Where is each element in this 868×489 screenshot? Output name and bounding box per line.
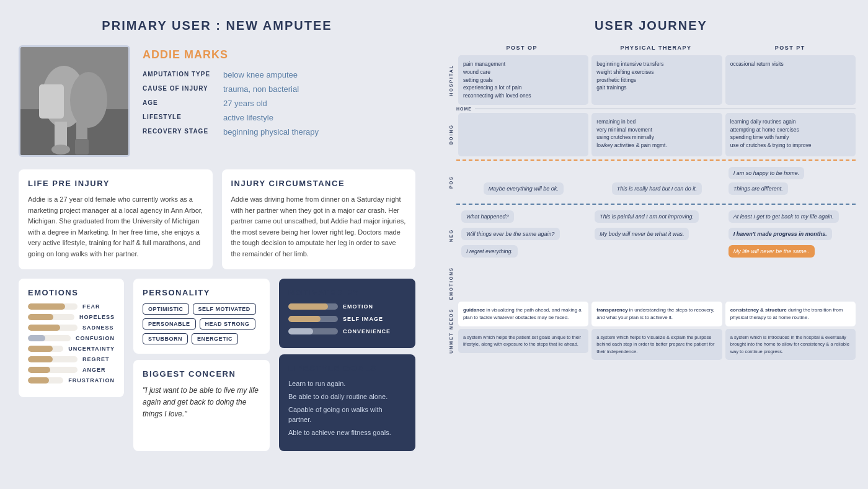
anger-label: ANGER [82, 367, 106, 373]
recovery-label: RECOVERY STAGE [143, 127, 223, 135]
sadness-label: SADNESS [82, 325, 114, 331]
motivated-list: EMOTION SELF IMAGE CONVENIENCE [288, 303, 406, 334]
profile-row: ADDIE MARKS AMPUTATION TYPE below knee a… [19, 45, 415, 157]
col-header-pt: PHYSICAL THERAPY [590, 42, 721, 53]
fear-bar-bg [28, 303, 78, 310]
self-image-bar [288, 316, 321, 322]
life-pre-injury-text: Addie is a 27 year old female who curren… [28, 194, 203, 260]
motivated-by-card: MOTIVATED BY EMOTION SELF IMAGE [279, 279, 415, 348]
emotions-spacer [458, 267, 588, 300]
self-image-label: SELF IMAGE [343, 316, 383, 322]
convenience-bar [288, 328, 313, 334]
emotions-spacer3 [725, 267, 856, 300]
sadness-bar [28, 325, 60, 331]
confusion-bar-bg [28, 335, 71, 341]
home-hospital-separator: HOME [456, 107, 856, 111]
pos-post-op-bubble: Maybe everything will be ok. [484, 182, 564, 195]
biggest-concern-title: BIGGEST CONCERN [143, 369, 260, 379]
cause-label: CAUSE OF INJURY [143, 84, 223, 92]
neg-row: NEG What happened? Will things ever be t… [446, 207, 856, 264]
profile-field-lifestyle: LIFESTYLE active lifestyle [143, 113, 415, 122]
left-panel: PRIMARY USER : NEW AMPUTEE ADDIE [0, 0, 434, 489]
info-cards-row: LIFE PRE INJURY Addie is a 27 year old f… [19, 169, 415, 269]
emotion-mot-bar-bg [288, 303, 338, 310]
unmet-pt-system: a system which helps to visualize & expl… [591, 329, 722, 360]
age-value: 27 years old [223, 99, 267, 108]
emotion-confusion: CONFUSION [28, 335, 115, 341]
neg-post-op-bubble3: I regret everything. [461, 245, 518, 258]
injury-circumstance-card: INJURY CIRCUMSTANCE Addie was driving ho… [222, 169, 416, 269]
blue-dashed-line [456, 204, 856, 205]
confusion-bar [28, 335, 45, 341]
fear-label: FEAR [82, 303, 100, 310]
lifestyle-goals-title: LIFESTYLE GOALS [288, 364, 406, 373]
personality-card: PERSONALITY OPTIMISTIC SELF MOTIVATED PE… [133, 279, 270, 354]
pos-pt-bubble: This is really hard but I can do it. [612, 182, 702, 195]
uncertainty-bar-bg [28, 346, 63, 352]
biggest-concern-card: BIGGEST CONCERN "I just want to be able … [133, 360, 270, 451]
doing-post-op [458, 113, 588, 156]
journey-header-row: POST OP PHYSICAL THERAPY POST PT [456, 42, 856, 53]
hopeless-label: HOPELESS [79, 314, 115, 320]
confusion-label: CONFUSION [76, 335, 115, 341]
personality-title: PERSONALITY [143, 288, 260, 297]
neg-post-pt-bubble1: At least I get to get back to my life ag… [728, 210, 839, 223]
pos-pt: This is really hard but I can do it. [591, 164, 722, 201]
unmet-needs-label: UNMET NEEDS [446, 302, 455, 360]
emotion-uncertainty: UNCERTAINTY [28, 346, 115, 352]
recovery-value: beginning physical therapy [223, 127, 319, 137]
pos-label: POS [446, 164, 455, 201]
unmet-post-op-system: a system which helps the patient set goa… [458, 329, 588, 353]
tag-personable: PERSONABLE [143, 318, 196, 330]
profile-photo [19, 45, 130, 157]
biggest-concern-text: "I just want to be able to live my life … [143, 385, 260, 421]
neg-post-pt-bubble2: I haven't made progress in months. [728, 228, 832, 240]
unmet-post-op-bold: guidance [463, 307, 485, 313]
amputation-label: AMPUTATION TYPE [143, 70, 223, 78]
emotions-title: EMOTIONS [28, 288, 115, 297]
frustration-label: FRUSTRATION [68, 377, 115, 384]
hospital-post-op: pain managementwound caresetting goalsex… [458, 55, 588, 105]
frustration-bar-bg [28, 377, 63, 384]
emotions-list: FEAR HOPELESS SADNESS [28, 303, 115, 384]
pos-post-pt-bubble1: I am so happy to be home. [728, 167, 805, 179]
neg-label: NEG [446, 207, 455, 264]
bottom-right-col: MOTIVATED BY EMOTION SELF IMAGE [279, 279, 415, 451]
doing-pt: remaining in bedvery minimal movementusi… [591, 113, 722, 156]
injury-circumstance-title: INJURY CIRCUMSTANCE [231, 179, 407, 188]
unmet-post-pt: consistency & structure during the trans… [725, 302, 856, 360]
lifestyle-goals-list: Learn to run again. Be able to do daily … [288, 379, 406, 438]
col-header-post-op: POST OP [456, 42, 587, 53]
profile-field-amputation: AMPUTATION TYPE below knee amputee [143, 70, 415, 79]
emotion-mot-label: EMOTION [343, 303, 373, 310]
unmet-needs-row: UNMET NEEDS guidance in visualizing the … [446, 302, 856, 360]
anger-bar-bg [28, 367, 78, 373]
pos-row: POS Maybe everything will be ok. This is… [446, 164, 856, 201]
sadness-bar-bg [28, 325, 78, 331]
svg-point-3 [70, 72, 107, 128]
pos-post-pt: I am so happy to be home. Things are dif… [725, 164, 856, 201]
uncertainty-label: UNCERTAINTY [68, 346, 115, 352]
lifestyle-item-1: Learn to run again. [288, 379, 406, 388]
neg-post-op-bubble1: What happened? [461, 210, 514, 223]
tag-optimistic: OPTIMISTIC [143, 303, 189, 315]
amputation-value: below knee amputee [223, 70, 298, 79]
lifestyle-item-2: Be able to do daily routine alone. [288, 392, 406, 402]
emotions-journey-label: EMOTIONS [446, 267, 455, 300]
emotion-hopeless: HOPELESS [28, 314, 115, 320]
uncertainty-bar [28, 346, 53, 352]
cause-value: trauma, non bacterial [223, 84, 299, 94]
motivated-emotion: EMOTION [288, 303, 406, 310]
regret-bar-bg [28, 356, 78, 362]
profile-field-cause: CAUSE OF INJURY trauma, non bacterial [143, 84, 415, 94]
left-title: PRIMARY USER : NEW AMPUTEE [19, 19, 415, 33]
emotion-anger: ANGER [28, 367, 115, 373]
hopeless-bar-bg [28, 314, 74, 320]
emotion-sadness: SADNESS [28, 325, 115, 331]
life-pre-injury-title: LIFE PRE INJURY [28, 179, 203, 188]
motivated-convenience: CONVENIENCE [288, 328, 406, 334]
lifestyle-item-3: Capable of going on walks with partner. [288, 405, 406, 424]
neg-post-op: What happened? Will things ever be the s… [458, 207, 588, 264]
svg-rect-8 [39, 84, 64, 119]
lifestyle-label: LIFESTYLE [143, 113, 223, 120]
